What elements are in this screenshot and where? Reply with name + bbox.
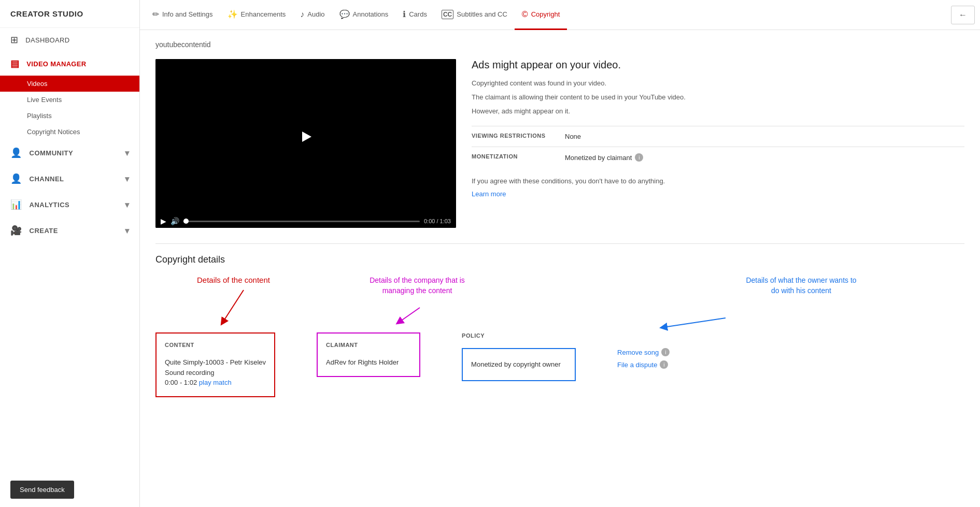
sidebar-item-analytics[interactable]: 📊 ANALYTICS ▾ [0,192,139,218]
annotations-icon: 💬 [339,9,350,19]
content-title: Quite Simply-10003 - Petr Kiselev [165,357,266,368]
monetization-info-icon[interactable]: i [635,153,643,162]
create-icon: 🎥 [10,225,22,236]
progress-dot [183,219,189,224]
annotation-content-label: Details of the content [197,276,270,284]
claimant-value: AdRev for Rights Holder [326,357,411,368]
tab-subtitles-cc[interactable]: CC Subtitles and CC [434,1,515,30]
viewing-restrictions-label: VIEWING RESTRICTIONS [472,133,565,139]
tab-copyright[interactable]: © Copyright [515,1,567,30]
play-button[interactable] [292,127,320,147]
back-button[interactable]: ← [951,6,975,24]
sidebar-item-community[interactable]: 👤 COMMUNITY ▾ [0,140,139,166]
create-chevron-icon: ▾ [125,226,130,236]
info-table: VIEWING RESTRICTIONS None MONETIZATION M… [472,126,964,168]
video-manager-icon: ▤ [10,58,19,69]
dashboard-icon: ⊞ [10,34,18,46]
video-controls: ▶ 🔊 0:00 / 1:03 [155,214,456,228]
copyright-icon: © [522,10,528,19]
community-icon: 👤 [10,147,22,158]
copyright-info-panel: Ads might appear on your video. Copyrigh… [472,59,964,228]
video-screen[interactable] [155,59,456,214]
viewing-restrictions-row: VIEWING RESTRICTIONS None [472,126,964,147]
play-pause-button[interactable]: ▶ [161,217,166,225]
tab-annotations[interactable]: 💬 Annotations [332,0,396,30]
audio-icon: ♪ [300,10,304,19]
annotations-layer: Details of the content [155,276,964,332]
subtitles-icon: CC [442,10,453,19]
file-dispute-link[interactable]: File a dispute i [617,360,670,369]
sidebar-subitem-playlists[interactable]: Playlists [0,108,139,124]
remove-song-info-icon[interactable]: i [661,348,670,356]
sidebar-subitem-videos[interactable]: Videos [0,76,139,92]
channel-chevron-icon: ▾ [125,174,130,184]
monetization-value: Monetized by claimant i [565,153,643,162]
content-box-content: Quite Simply-10003 - Petr Kiselev Sound … [165,357,266,388]
copyright-details-section: Copyright details Details of the content [155,243,964,418]
policy-box-content: Monetized by copyright owner [471,359,566,370]
svg-line-1 [399,308,420,322]
copyright-title: Ads might appear on your video. [472,59,964,71]
copyright-desc1: Copyrighted content was found in your vi… [472,78,964,89]
claimant-box-content: AdRev for Rights Holder [326,357,411,368]
progress-bar[interactable] [183,221,420,222]
copyright-desc2: The claimant is allowing their content t… [472,92,964,103]
sidebar-item-dashboard[interactable]: ⊞ DASHBOARD [0,28,139,52]
video-and-info-row: ▶ 🔊 0:00 / 1:03 Ads might appear on your… [155,59,964,228]
sidebar-item-video-manager[interactable]: ▤ VIDEO MANAGER [0,52,139,76]
tab-enhancements[interactable]: ✨ Enhancements [220,0,293,30]
sidebar-item-create[interactable]: 🎥 CREATE ▾ [0,218,139,243]
sidebar: CREATOR STUDIO ⊞ DASHBOARD ▤ VIDEO MANAG… [0,0,140,507]
volume-button[interactable]: 🔊 [171,217,179,225]
main-content: ✏ Info and Settings ✨ Enhancements ♪ Aud… [140,0,980,507]
tab-cards[interactable]: ℹ Cards [395,0,434,30]
content-type: Sound recording [165,368,266,378]
content-timerange: 0:00 - 1:02 play match [165,378,266,388]
annotation-owner-text: Details of what the owner wants to do wi… [742,276,861,296]
tab-audio[interactable]: ♪ Audio [293,1,332,30]
sidebar-item-channel[interactable]: 👤 CHANNEL ▾ [0,166,139,192]
policy-box: Monetized by copyright owner [462,348,576,381]
policy-section: POLICY Monetized by copyright owner [462,332,576,381]
remove-song-link[interactable]: Remove song i [617,348,670,356]
claimant-box: CLAIMANT AdRev for Rights Holder [317,332,420,377]
play-match-link[interactable]: play match [199,379,232,386]
enhancements-icon: ✨ [228,9,238,19]
top-nav: ✏ Info and Settings ✨ Enhancements ♪ Aud… [140,0,980,30]
copyright-desc3: However, ads might appear on it. [472,106,964,117]
video-player: ▶ 🔊 0:00 / 1:03 [155,59,456,228]
monetization-row: MONETIZATION Monetized by claimant i [472,147,964,168]
agree-text: If you agree with these conditions, you … [472,176,964,187]
copyright-details-title: Copyright details [155,254,964,265]
annotation-company-text: Details of the company that is managing … [363,276,472,296]
analytics-icon: 📊 [10,199,22,210]
channel-icon: 👤 [10,173,22,184]
community-chevron-icon: ▾ [125,148,130,158]
time-display: 0:00 / 1:03 [424,218,451,224]
cards-icon: ℹ [403,9,406,19]
sidebar-subitem-copyright-notices[interactable]: Copyright Notices [0,124,139,140]
policy-actions: Remove song i File a dispute i [617,348,670,369]
viewing-restrictions-value: None [565,133,581,140]
file-dispute-info-icon[interactable]: i [660,360,668,369]
sidebar-subitem-live-events[interactable]: Live Events [0,92,139,108]
sidebar-header: CREATOR STUDIO [0,0,139,28]
send-feedback-button[interactable]: Send feedback [10,481,74,499]
learn-more-link[interactable]: Learn more [472,190,506,198]
svg-line-0 [223,290,244,322]
details-boxes-row: CONTENT Quite Simply-10003 - Petr Kisele… [155,332,964,397]
info-settings-icon: ✏ [152,9,159,19]
page-content-area: youtubecontentid ▶ 🔊 0:00 / 1:03 [140,30,980,428]
policy-label: POLICY [462,332,576,339]
svg-line-2 [663,318,726,327]
channel-id: youtubecontentid [155,40,964,49]
claimant-box-label: CLAIMANT [326,342,411,348]
content-box-label: CONTENT [165,342,266,348]
tab-info-settings[interactable]: ✏ Info and Settings [145,0,220,30]
analytics-chevron-icon: ▾ [125,200,130,210]
content-box: CONTENT Quite Simply-10003 - Petr Kisele… [155,332,275,397]
monetization-label: MONETIZATION [472,153,565,160]
